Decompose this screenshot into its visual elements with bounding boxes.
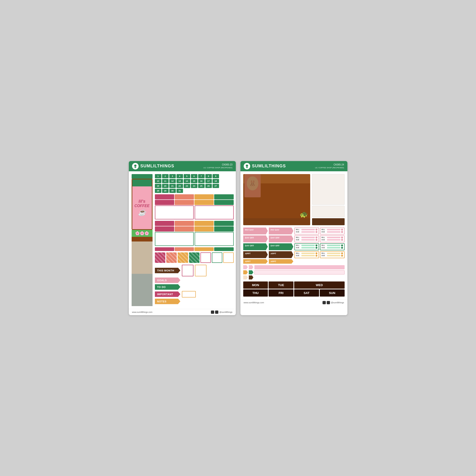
date-10: 10 <box>155 179 161 183</box>
banner-todo: TO DO <box>155 284 180 290</box>
date-20: 20 <box>162 184 169 188</box>
left-sheet-body: lil's COFFEE ☕ 🌸🌸🌸 1 2 3 4 <box>129 171 236 309</box>
left-sheet-footer: www.sumlilthings.com @sumlilthings <box>129 309 236 315</box>
banner-row-notes: NOTES <box>155 299 234 304</box>
sticker-dayoff-green-2: DAY OFF <box>269 243 293 250</box>
small-box-this-month <box>182 265 194 276</box>
date-row-1: 1 2 3 4 5 6 7 8 9 <box>155 174 234 178</box>
sticker-appt-brown-2: APPT <box>269 251 293 258</box>
sheet-code-right: CK065-24 LIL' COFFEE SHOP (REOPENED) <box>315 163 344 169</box>
days-of-week: MON TUE WED THU FRI SAT SUN <box>243 281 345 297</box>
diag-box-green-1 <box>189 252 199 263</box>
facebook-icon-left <box>215 310 218 314</box>
scene-coffee-shop: 🐰 🐢 <box>243 174 310 225</box>
color-strips <box>155 194 234 251</box>
grass-area: 🌸🌸🌸 <box>132 230 153 237</box>
banner-row-goals: GOALS <box>155 277 234 283</box>
sticker-appt-orange-1: APPT <box>243 259 268 264</box>
bill-box-6: BILL DUE <box>320 243 345 250</box>
date-28: 28 <box>155 189 161 193</box>
scene-area: 🐰 🐢 <box>243 174 345 225</box>
bill-box-1: BILL DUE <box>294 228 319 235</box>
instagram-icon-right <box>322 301 326 304</box>
dow-tue: TUE <box>269 281 293 289</box>
date-empty-2 <box>191 189 197 193</box>
small-box-important <box>182 291 196 298</box>
strip-salmon-4 <box>175 226 194 232</box>
date-empty-3 <box>198 189 205 193</box>
coffee-cup-icon: ☕ <box>138 209 146 216</box>
brand-icon-left <box>132 163 139 170</box>
date-6: 6 <box>191 174 197 178</box>
strip-green-2 <box>214 200 233 205</box>
date-row-2: 10 11 12 13 14 15 16 17 18 <box>155 179 234 183</box>
white-small-box-3 <box>223 252 234 263</box>
strip-green-4 <box>214 226 233 232</box>
decor-block-1 <box>132 241 153 274</box>
white-small-box-2 <box>212 252 222 263</box>
logo-icon <box>133 164 138 168</box>
date-23: 23 <box>184 184 190 188</box>
paper-panel-2 <box>312 206 345 217</box>
right-social: @sumlilthings <box>322 301 344 304</box>
banner-this-month: THIS MONTH <box>155 268 180 273</box>
sticker-dayoff-pink-1: DAY OFF <box>243 236 268 242</box>
date-16: 16 <box>198 179 205 183</box>
green-character: 🐢 <box>300 211 308 218</box>
banner-important: IMPORTANT <box>155 291 180 297</box>
banner-row-todo: TO DO <box>155 284 234 290</box>
date-empty-5 <box>212 189 219 193</box>
strip-pink-3 <box>155 221 174 226</box>
date-25: 25 <box>198 184 205 188</box>
flag-sm-green-1 <box>249 270 253 274</box>
bill-box-3: BILL DUE <box>294 236 319 242</box>
brand-name-left: SUMLILTHINGS <box>141 164 174 169</box>
bill-box-7: BILL DUE <box>294 251 319 258</box>
date-17: 17 <box>205 179 212 183</box>
dow-fri: FRI <box>269 289 293 297</box>
right-content: 1 2 3 4 5 6 7 8 9 10 11 12 13 <box>155 174 234 306</box>
strip-orange-5 <box>194 247 214 251</box>
date-4: 4 <box>176 174 183 178</box>
sticker-payday-1: PAY DAY <box>243 228 268 235</box>
strip-salmon-5 <box>175 247 194 251</box>
strips-row-1 <box>155 194 234 199</box>
sheet-code-left: CK065-23 LIL' COFFEE SHOP (REOPENED) <box>203 163 232 169</box>
instagram-icon-left <box>211 310 214 314</box>
strip-orange-1 <box>194 194 214 199</box>
white-box-2 <box>195 205 234 220</box>
date-21: 21 <box>169 184 176 188</box>
long-strip-pink <box>254 265 345 269</box>
bill-box-5: BILL DUE <box>294 243 319 250</box>
flag-sm-brown-1 <box>249 275 253 280</box>
strips-row-2 <box>155 200 234 205</box>
right-sheet-body: 🐰 🐢 PAY DAY PAY DAY <box>240 171 347 299</box>
wood-strip <box>312 218 345 225</box>
date-1: 1 <box>155 174 161 178</box>
sticker-dayoff-pink-2: DAY OFF <box>269 236 293 242</box>
left-social: @sumlilthings <box>211 310 232 314</box>
bill-box-2: BILL DUE <box>320 228 345 235</box>
strips-row-4 <box>155 226 234 232</box>
banner-goals: GOALS <box>155 277 180 283</box>
banner-section: THIS MONTH GOALS TO DO <box>155 265 234 304</box>
brand-right: SUMLILTHINGS <box>244 163 286 170</box>
sticker-payday-2: PAY DAY <box>269 228 293 235</box>
svg-point-0 <box>134 165 137 167</box>
dow-row-2: THU FRI SAT SUN <box>243 289 345 297</box>
date-15: 15 <box>191 179 197 183</box>
brand-icon-right <box>244 163 250 170</box>
date-24: 24 <box>191 184 197 188</box>
date-13: 13 <box>176 179 183 183</box>
page-container: SUMLILTHINGS CK065-23 LIL' COFFEE SHOP (… <box>120 152 357 324</box>
date-7: 7 <box>198 174 205 178</box>
strips-row-5 <box>155 247 234 251</box>
white-box-4 <box>195 232 234 246</box>
sticker-dayoff-green-1: DAY OFF <box>243 243 268 250</box>
banner-row-important: IMPORTANT <box>155 291 234 298</box>
right-sheet-footer: www.sumlilthings.com @sumlilthings <box>240 299 347 306</box>
date-29: 29 <box>162 189 169 193</box>
date-5: 5 <box>184 174 190 178</box>
brand-name-right: SUMLILTHINGS <box>252 164 286 169</box>
sticker-appt-brown-1: APPT <box>243 251 268 258</box>
